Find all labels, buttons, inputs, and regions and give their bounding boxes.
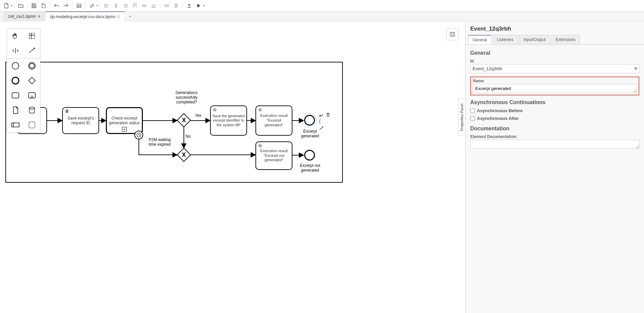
check-label: Asynchronous After bbox=[477, 116, 519, 121]
svg-rect-7 bbox=[29, 77, 35, 84]
check-label: Asynchronous Before bbox=[477, 108, 523, 113]
image-icon[interactable] bbox=[75, 1, 83, 10]
lasso-tool-icon[interactable] bbox=[24, 29, 40, 43]
name-group-highlighted: Name bbox=[470, 77, 639, 95]
align-center-icon[interactable] bbox=[112, 1, 120, 10]
distribute-v-icon[interactable] bbox=[172, 1, 180, 10]
task-exec-fail[interactable]: Execution result "Excerpt not generated" bbox=[255, 141, 292, 170]
svg-point-21 bbox=[259, 145, 261, 147]
timer-boundary-event[interactable] bbox=[134, 131, 143, 139]
tab-general[interactable]: General bbox=[468, 35, 491, 45]
end-event-ok[interactable] bbox=[304, 115, 315, 126]
dirty-indicator-icon bbox=[117, 15, 120, 18]
svg-point-11 bbox=[29, 107, 35, 109]
start-event-icon[interactable] bbox=[7, 58, 24, 73]
hand-tool-icon[interactable] bbox=[7, 29, 24, 43]
svg-point-20 bbox=[259, 109, 261, 111]
annotation-icon[interactable] bbox=[319, 119, 324, 124]
context-pad bbox=[319, 112, 331, 131]
properties-panel: Properties Panel Event_12q3rbh General L… bbox=[465, 21, 644, 313]
file-tab-1[interactable]: zvit_csv1.bpmn × bbox=[3, 11, 45, 21]
end-event-fail-label: Excerpt not generated bbox=[297, 163, 323, 173]
task-label: Execution result "Excerpt not generated" bbox=[257, 149, 290, 163]
diagram-canvas[interactable]: Save excerpt's request ID Check excerpt … bbox=[0, 21, 465, 313]
undo-icon[interactable] bbox=[52, 1, 61, 10]
run-icon[interactable] bbox=[194, 1, 203, 10]
end-event-fail[interactable] bbox=[304, 150, 315, 161]
add-tab-button[interactable]: + bbox=[125, 14, 135, 19]
gear-icon bbox=[258, 143, 263, 148]
redo-icon[interactable] bbox=[62, 1, 70, 10]
new-file-icon[interactable] bbox=[2, 1, 11, 10]
checkbox[interactable] bbox=[470, 108, 475, 113]
align-right-icon[interactable] bbox=[121, 1, 130, 10]
gateway-icon[interactable] bbox=[24, 73, 40, 88]
name-field[interactable] bbox=[473, 84, 637, 93]
open-file-icon[interactable] bbox=[16, 1, 25, 10]
task-icon[interactable] bbox=[7, 88, 24, 103]
tab-listeners[interactable]: Listeners bbox=[493, 35, 518, 45]
intermediate-event-icon[interactable] bbox=[24, 58, 40, 73]
highlight-icon[interactable] bbox=[88, 1, 96, 10]
svg-rect-10 bbox=[31, 96, 33, 98]
align-left-icon[interactable] bbox=[102, 1, 111, 10]
async-before-check[interactable]: Asynchronous Before bbox=[470, 108, 639, 113]
file-tab-2[interactable]: bp-modeling-excerpt-csv-docx.bpmn bbox=[45, 11, 125, 21]
align-middle-icon[interactable] bbox=[140, 1, 149, 10]
wrench-icon[interactable] bbox=[319, 112, 324, 118]
data-object-icon[interactable] bbox=[7, 103, 24, 118]
task-save-request[interactable]: Save excerpt's request ID bbox=[62, 107, 99, 134]
svg-rect-2 bbox=[29, 33, 35, 39]
connect-tool-icon[interactable] bbox=[24, 43, 40, 58]
task-check-status[interactable]: Check excerpt generation status + bbox=[106, 107, 143, 134]
checkbox[interactable] bbox=[470, 116, 475, 121]
pool-lane[interactable] bbox=[7, 62, 343, 183]
task-exec-ok[interactable]: Execution result "Excerpt generated" bbox=[255, 105, 292, 136]
svg-text:X: X bbox=[182, 151, 186, 158]
task-label: Execution result "Excerpt generated" bbox=[257, 114, 290, 127]
new-file-caret[interactable]: ▾ bbox=[11, 4, 12, 7]
svg-point-5 bbox=[30, 63, 34, 68]
svg-rect-8 bbox=[12, 93, 19, 98]
timer-label: P2M waiting time expired bbox=[145, 137, 175, 147]
svg-point-3 bbox=[12, 62, 19, 69]
save-all-icon[interactable] bbox=[39, 1, 48, 10]
edge-label-yes: Yes bbox=[195, 113, 202, 118]
gateway-top[interactable]: X bbox=[176, 113, 191, 128]
task-label: Save the generated excerpt identifier to… bbox=[212, 114, 245, 127]
minimap-toggle[interactable] bbox=[446, 28, 458, 40]
align-top-icon[interactable] bbox=[130, 1, 139, 10]
edge-label-no: No bbox=[186, 134, 191, 139]
space-tool-icon[interactable] bbox=[7, 43, 24, 58]
task-label: Check excerpt generation status bbox=[108, 116, 140, 126]
section-doc: Documentation bbox=[470, 126, 639, 132]
gear-icon bbox=[212, 107, 217, 112]
subprocess-icon[interactable] bbox=[24, 88, 40, 103]
highlight-caret[interactable]: ▾ bbox=[96, 4, 98, 7]
task-save-identifier[interactable]: Save the generated excerpt identifier to… bbox=[210, 105, 247, 136]
documentation-field[interactable] bbox=[470, 140, 639, 149]
end-event-icon[interactable] bbox=[7, 73, 24, 88]
async-after-check[interactable]: Asynchronous After bbox=[470, 116, 639, 121]
close-icon[interactable]: × bbox=[38, 14, 41, 19]
data-store-icon[interactable] bbox=[24, 103, 40, 118]
tab-input-output[interactable]: Input/Output bbox=[519, 35, 550, 45]
pool-icon[interactable] bbox=[7, 118, 24, 132]
svg-rect-12 bbox=[12, 123, 19, 127]
tab-extensions[interactable]: Extensions bbox=[551, 35, 580, 45]
id-field[interactable]: Event_12q3rbh × bbox=[470, 64, 639, 73]
id-value: Event_12q3rbh bbox=[473, 66, 502, 71]
align-bottom-icon[interactable] bbox=[149, 1, 158, 10]
connect-icon[interactable] bbox=[319, 126, 324, 131]
clear-icon[interactable]: × bbox=[634, 66, 637, 71]
name-label: Name bbox=[473, 79, 637, 83]
group-icon[interactable] bbox=[24, 118, 40, 132]
gateway-bottom[interactable]: X bbox=[176, 147, 191, 162]
properties-panel-toggle[interactable]: Properties Panel bbox=[458, 99, 466, 136]
save-icon[interactable] bbox=[30, 1, 38, 10]
trash-icon[interactable] bbox=[325, 112, 331, 118]
distribute-h-icon[interactable] bbox=[162, 1, 171, 10]
panel-tabs: General Listeners Input/Output Extension… bbox=[466, 35, 644, 45]
run-caret[interactable]: ▾ bbox=[203, 4, 204, 7]
deploy-icon[interactable] bbox=[185, 1, 194, 10]
